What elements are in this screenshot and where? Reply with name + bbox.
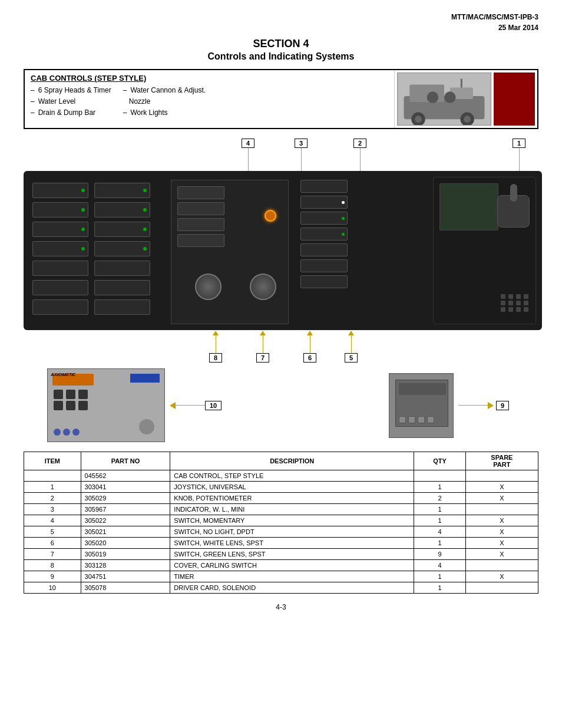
cab-list-left: 6 Spray Heads & Timer Water Level Drain … [31, 85, 111, 119]
cab-controls-lists: 6 Spray Heads & Timer Water Level Drain … [31, 85, 388, 119]
table-cell-description: SWITCH, NO LIGHT, DPDT [170, 526, 414, 538]
table-row: 5305021SWITCH, NO LIGHT, DPDT4X [24, 526, 538, 538]
callout-6: 6 [303, 331, 316, 363]
table-cell-spare: X [465, 515, 538, 526]
table-cell-part_no: 305022 [81, 515, 170, 526]
cab-image-side [494, 73, 535, 126]
table-cell-spare: X [465, 549, 538, 560]
table-cell-description: SWITCH, WHITE LENS, SPST [170, 538, 414, 549]
svg-rect-1 [409, 85, 444, 102]
callout-box-4: 4 [242, 139, 254, 148]
table-cell-part_no: 303128 [81, 560, 170, 571]
table-cell-item: 7 [24, 549, 81, 560]
table-cell-qty: 1 [414, 582, 466, 594]
table-cell-part_no: 045562 [81, 470, 170, 482]
callout-box-6: 6 [303, 353, 316, 363]
svg-point-5 [464, 116, 471, 123]
table-cell-item: 4 [24, 515, 81, 526]
table-cell-qty [414, 470, 466, 482]
control-panel-illustration [24, 171, 542, 330]
table-cell-part_no: 304751 [81, 571, 170, 582]
small-images-row: AXIOMETIC 10 [24, 368, 538, 442]
table-cell-item: 10 [24, 582, 81, 594]
table-cell-spare: X [465, 538, 538, 549]
callout-8: 8 [209, 331, 222, 363]
table-cell-part_no: 305020 [81, 538, 170, 549]
table-row: 4305022SWITCH, MOMENTARY1X [24, 515, 538, 526]
table-row: 9304751TIMER1X [24, 571, 538, 582]
document-header: MTT/MAC/MSC/MST-IPB-3 25 Mar 2014 [24, 12, 538, 33]
table-cell-description: SWITCH, GREEN LENS, SPST [170, 549, 414, 560]
table-cell-spare: X [465, 571, 538, 582]
table-row: 7305019SWITCH, GREEN LENS, SPST9X [24, 549, 538, 560]
table-cell-part_no: 303041 [81, 482, 170, 493]
table-cell-qty: 1 [414, 515, 466, 526]
table-row: 045562CAB CONTROL, STEP STYLE [24, 470, 538, 482]
col-spare: SPAREPART [465, 452, 538, 470]
cab-list-item: Work Lights [123, 107, 206, 118]
table-row: 8303128COVER, CARLING SWITCH4 [24, 560, 538, 571]
col-item: ITEM [24, 452, 81, 470]
cab-controls-title: CAB CONTROLS (STEP STYLE) [31, 74, 388, 83]
callout-box-5: 5 [345, 353, 358, 363]
cab-list-item: Water Cannon & Adjust. Nozzle [123, 85, 206, 107]
col-partno: PART NO [81, 452, 170, 470]
table-cell-item: 2 [24, 493, 81, 504]
table-cell-description: SWITCH, MOMENTARY [170, 515, 414, 526]
item9-image [389, 373, 454, 438]
table-cell-description: JOYSTICK, UNIVERSAL [170, 482, 414, 493]
table-row: 3305967INDICATOR, W. L., MINI1 [24, 504, 538, 515]
table-cell-qty: 9 [414, 549, 466, 560]
cab-images [395, 70, 537, 128]
svg-point-8 [427, 91, 439, 103]
table-cell-spare: X [465, 482, 538, 493]
table-cell-description: COVER, CARLING SWITCH [170, 560, 414, 571]
parts-table: ITEM PART NO DESCRIPTION QTY SPAREPART 0… [24, 452, 538, 594]
table-cell-qty: 1 [414, 482, 466, 493]
table-cell-spare [465, 504, 538, 515]
table-cell-spare [465, 560, 538, 571]
table-cell-description: TIMER [170, 571, 414, 582]
table-cell-qty: 1 [414, 504, 466, 515]
table-cell-description: DRIVER CARD, SOLENOID [170, 582, 414, 594]
table-cell-part_no: 305078 [81, 582, 170, 594]
table-cell-part_no: 305019 [81, 549, 170, 560]
table-cell-spare [465, 470, 538, 482]
callout-5: 5 [345, 331, 358, 363]
item10-image: AXIOMETIC [47, 368, 165, 442]
table-cell-item: 8 [24, 560, 81, 571]
table-cell-item: 3 [24, 504, 81, 515]
table-cell-description: KNOB, POTENTIOMETER [170, 493, 414, 504]
table-cell-spare [465, 582, 538, 594]
table-cell-item: 6 [24, 538, 81, 549]
col-qty: QTY [414, 452, 466, 470]
control-panel-diagram: 4 3 2 1 [24, 139, 542, 363]
cab-list-item: Water Level [31, 96, 111, 107]
callout-box-3: 3 [295, 139, 308, 148]
table-cell-item: 5 [24, 526, 81, 538]
cab-list-item: Drain & Dump Bar [31, 107, 111, 118]
cab-list-right: Water Cannon & Adjust. Nozzle Work Light… [123, 85, 206, 119]
table-cell-qty: 1 [414, 538, 466, 549]
table-row: 2305029KNOB, POTENTIOMETER2X [24, 493, 538, 504]
callout-10-box: 10 [205, 401, 222, 410]
callout-box-2: 2 [353, 139, 366, 148]
callout-box-1: 1 [513, 139, 525, 148]
cab-controls-text: CAB CONTROLS (STEP STYLE) 6 Spray Heads … [25, 70, 395, 128]
table-cell-qty: 4 [414, 560, 466, 571]
table-row: 1303041JOYSTICK, UNIVERSAL1X [24, 482, 538, 493]
callout-box-8: 8 [209, 353, 222, 363]
table-row: 6305020SWITCH, WHITE LENS, SPST1X [24, 538, 538, 549]
svg-point-9 [444, 91, 456, 103]
table-cell-part_no: 305967 [81, 504, 170, 515]
doc-date: 25 Mar 2014 [24, 22, 538, 33]
table-cell-part_no: 305021 [81, 526, 170, 538]
table-cell-spare: X [465, 493, 538, 504]
callout-9-box: 9 [496, 401, 509, 410]
section-title: Controls and Indicating Systems [24, 51, 538, 62]
col-desc: DESCRIPTION [170, 452, 414, 470]
cab-list-item: 6 Spray Heads & Timer [31, 85, 111, 96]
table-cell-part_no: 305029 [81, 493, 170, 504]
doc-id: MTT/MAC/MSC/MST-IPB-3 [24, 12, 538, 22]
table-cell-qty: 1 [414, 571, 466, 582]
